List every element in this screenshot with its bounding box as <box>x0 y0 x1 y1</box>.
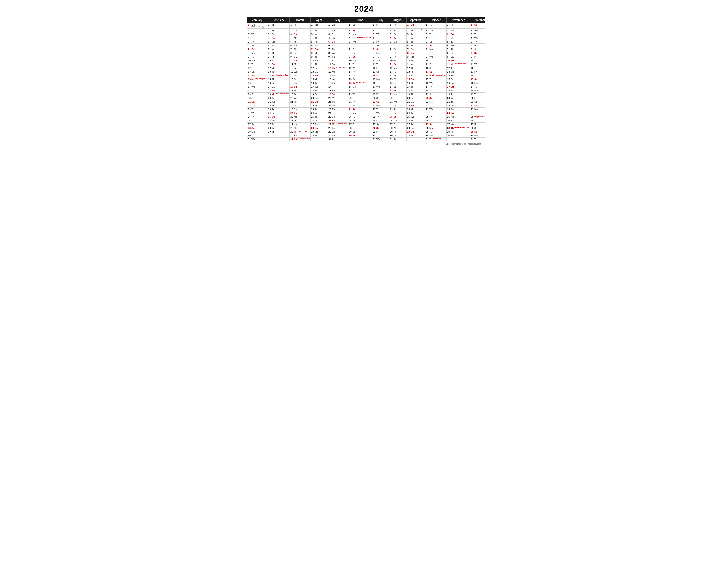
table-row: 18Th 18Su 18Mo 18Th 18Sa 18Tu 18Th 18Su … <box>247 88 486 92</box>
month-header-oct: October <box>425 17 447 23</box>
table-row: 28Su 28We 28Th 28Su 28Tu 28Fr 28Su 28We … <box>247 126 486 130</box>
month-header-may: May <box>328 17 348 23</box>
table-row: 23Tu 23Fr 23Sa 23Tu 23Th 23Su 23Tu 23Fr … <box>247 107 486 111</box>
table-row: 30Tu 30Sa 30Tu 30Th 30Su 30Tu 30Fr 30Mo … <box>247 133 486 137</box>
month-header-apr: April <box>310 17 328 23</box>
footer-text: Excel Template © calendarlabs.com <box>247 143 481 145</box>
month-header-jul: July <box>372 17 389 23</box>
month-header-jan: January <box>247 17 267 23</box>
table-row: 14Su 14WeValentines Day 14Th 14Su 14Tu 1… <box>247 73 486 77</box>
table-row: 1MoNew Year's Day 1Th 1Fr 1Mo 1We 1Sa 1M… <box>247 23 486 29</box>
page-title: 2024 <box>247 4 481 14</box>
table-row: 31We 31SuEaster Sunday 31Fr 31We 31Sa 31… <box>247 137 486 141</box>
table-row: 16Tu 16Fr 16Sa 16Tu 16Th 16SuFather's Da… <box>247 81 486 85</box>
table-row: 25Th 25Su 25Mo 25Th 25Sa 25Tu 25Th 25Su … <box>247 115 486 118</box>
table-row: 2Tu 2Fr 2Sa 2Tu 2Th 2Su 2Tu 2Fr 2MoLabou… <box>247 28 486 32</box>
table-row: 11Th 11Su 11Mo 11Th 11Sa 11Tu 11Th 11Su … <box>247 62 486 66</box>
table-row: 29Mo 29Th 29FrGood Friday 29Mo 29We 29Sa… <box>247 130 486 133</box>
table-row: 19Fr 19MoPresident's Day 19Tu 19Fr 19Su … <box>247 92 486 96</box>
month-header-mar: March <box>290 17 311 23</box>
month-header-feb: February <box>267 17 290 23</box>
table-row: 13Sa 13Tu 13We 13Sa 13Mo 13Th 13Sa 13Tu … <box>247 70 486 73</box>
table-row: 6Sa 6Tu 6We 6Sa 6Mo 6Th 6Sa 6Tu 6Fr 6Su … <box>247 43 486 47</box>
table-row: 9Tu 9Fr 9Sa 9Tu 9Th 9Su 9Tu 9Fr 9Mo 9We … <box>247 55 486 58</box>
table-row: 27Sa 27Tu 27We 27Sa 27MoMemorial Day 27T… <box>247 122 486 126</box>
month-header-sep: September <box>406 17 425 23</box>
table-row: 17We 17Sa 17Su 17We 17Fr 17Mo 17We 17Sa … <box>247 85 486 88</box>
table-row: 15MoM L King Day 15Th 15Fr 15Mo 15We 15S… <box>247 77 486 81</box>
table-row: 21Su 21We 21Th 21Su 21Tu 21Fr 21Su 21We … <box>247 100 486 103</box>
table-row: 24We 24Sa 24Su 24We 24Fr 24Mo 24We 24Sa … <box>247 111 486 115</box>
table-row: 12Fr 12Mo 12Tu 12Fr 12SuMother's Day 12W… <box>247 66 486 70</box>
table-row: 7Su 7We 7Th 7Su 7Tu 7Fr 7Su 7We 7Sa 7Mo … <box>247 47 486 51</box>
table-row: 3We 3Sa 3Su 3We 3Fr 3Mo 3We 3Sa 3Tu 3Th … <box>247 32 486 36</box>
table-row: 22Mo 22Th 22Fr 22Mo 22We 22Sa 22Mo 22Th … <box>247 103 486 107</box>
month-header-jun: June <box>348 17 372 23</box>
month-header-nov: November <box>446 17 470 23</box>
month-header-dec: December <box>470 17 485 23</box>
month-header-aug: August <box>389 17 406 23</box>
table-row: 10We 10Sa 10Su 10We 10Fr 10Mo 10We 10Sa … <box>247 58 486 62</box>
table-row: 8Mo 8Th 8Fr 8Mo 8We 8Sa 8Mo 8Th 8Su 8Tu … <box>247 51 486 55</box>
table-row: 5Fr 5Mo 5Tu 5Fr 5Su 5We 5Fr 5Mo 5Th 5Sa … <box>247 40 486 43</box>
table-row: 20Sa 20Tu 20We 20Sa 20Mo 20Th 20Sa 20Tu … <box>247 96 486 100</box>
calendar-table: January February March April May June Ju… <box>247 17 485 141</box>
table-row: 4Th 4Su 4Mo 4Th 4Sa 4TuIndependence Day … <box>247 36 486 40</box>
table-row: 26Fr 26Mo 26Tu 26Fr 26Su 26We 26Fr 26Mo … <box>247 118 486 122</box>
